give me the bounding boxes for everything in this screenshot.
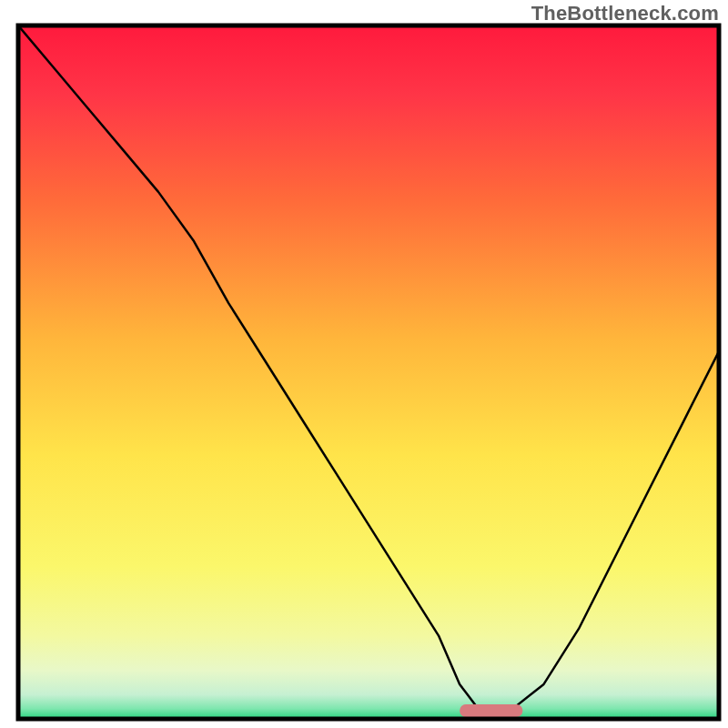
bottleneck-chart [0,0,728,728]
optimal-marker [460,704,522,717]
chart-stage: TheBottleneck.com [0,0,728,728]
gradient-background [18,25,719,719]
plot-area [18,25,719,719]
